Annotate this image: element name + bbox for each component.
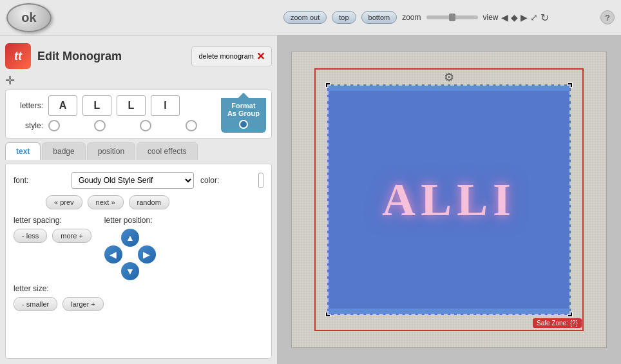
monogram-display[interactable]: ALLI [327, 84, 571, 315]
zoom-label: zoom [402, 13, 421, 22]
style-label: style: [11, 121, 43, 130]
letters-label: letters: [11, 101, 43, 110]
delete-monogram-label: delete monogram [198, 52, 254, 60]
letter-l2-input[interactable] [117, 95, 146, 116]
more-spacing-button[interactable]: more + [52, 229, 91, 243]
tabs: text badge position cool effects [5, 142, 272, 160]
help-button[interactable]: ? [600, 10, 615, 24]
panel-title: Edit Monogram [37, 50, 122, 63]
font-label: font: [14, 176, 65, 185]
zoom-controls: zoom out top bottom zoom view ◀ ◆ ▶ ⤢ ↻ [283, 11, 549, 24]
letter-size-section: letter size: - smaller larger + [14, 284, 263, 311]
blue-stripe-bottom [329, 309, 569, 314]
top-button[interactable]: top [332, 11, 356, 24]
panel-header: tt Edit Monogram delete monogram ✕ [5, 41, 272, 72]
smaller-button[interactable]: - smaller [14, 297, 57, 311]
letter-position-label: letter position: [104, 216, 156, 225]
next-font-button[interactable]: next » [88, 195, 124, 209]
view-left-arrow[interactable]: ◀ [501, 12, 508, 23]
font-row: font: Goudy Old Style Serif color: [14, 172, 263, 189]
view-label: view [483, 13, 499, 22]
blue-stripe-top [329, 86, 569, 91]
less-spacing-button[interactable]: - less [14, 229, 47, 243]
letter-spacing-label: letter spacing: [14, 216, 91, 225]
size-btn-row: - smaller larger + [14, 297, 263, 311]
letter-l1-input[interactable] [82, 95, 111, 116]
style-radio-4[interactable] [186, 120, 197, 131]
direction-pad: ▲ ▼ ◀ ▶ [104, 229, 156, 280]
move-right-button[interactable]: ▶ [138, 245, 156, 263]
style-radio-1[interactable] [48, 120, 60, 131]
ok-button[interactable]: ok [6, 3, 52, 32]
top-toolbar: ok zoom out top bottom zoom view ◀ ◆ ▶ ⤢… [0, 0, 621, 35]
view-control: view ◀ ◆ ▶ ⤢ ↻ [483, 12, 549, 24]
move-up-button[interactable]: ▲ [121, 229, 139, 247]
letters-row: letters: [11, 95, 209, 116]
zoom-slider-thumb[interactable] [449, 14, 455, 21]
view-diamond[interactable]: ◆ [511, 12, 518, 23]
style-radio-2[interactable] [94, 120, 106, 131]
prev-font-button[interactable]: « prev [46, 195, 82, 209]
move-icon: ✛ [5, 73, 15, 88]
font-nav-row: « prev next » random [46, 195, 263, 209]
format-group-label: FormatAs Group [227, 102, 260, 117]
format-group-box[interactable]: FormatAs Group [221, 98, 266, 133]
delete-monogram-button[interactable]: delete monogram ✕ [191, 46, 272, 66]
monogram-text: ALLI [382, 173, 516, 227]
canvas-background: ⚙ ALLI Safe Zone: {?} [291, 52, 607, 348]
style-row: style: [11, 120, 209, 131]
tab-text[interactable]: text [5, 142, 41, 160]
tab-position[interactable]: position [87, 142, 135, 160]
color-label: color: [200, 176, 252, 185]
color-swatch[interactable] [258, 173, 263, 188]
tab-badge[interactable]: badge [42, 142, 85, 160]
tab-cool-effects[interactable]: cool effects [137, 142, 197, 160]
style-radio-3[interactable] [140, 120, 151, 131]
delete-x-icon: ✕ [256, 50, 265, 62]
letter-spacing-section: letter spacing: - less more + [14, 216, 91, 280]
canvas-area: ⚙ ALLI Safe Zone: {?} [277, 35, 621, 364]
move-down-button[interactable]: ▼ [121, 262, 139, 280]
bottom-button[interactable]: bottom [361, 11, 397, 24]
spacing-btn-row: - less more + [14, 229, 91, 243]
zoom-slider[interactable] [426, 15, 478, 19]
left-panel: tt Edit Monogram delete monogram ✕ ✛ let… [0, 35, 277, 364]
main-content: tt Edit Monogram delete monogram ✕ ✛ let… [0, 35, 621, 364]
random-font-button[interactable]: random [129, 195, 169, 209]
larger-button[interactable]: larger + [62, 297, 104, 311]
letter-a-input[interactable] [48, 95, 77, 116]
move-cursor-area: ✛ [5, 75, 272, 86]
spacing-position-row: letter spacing: - less more + letter pos… [14, 216, 263, 280]
view-right-arrow[interactable]: ▶ [521, 12, 528, 23]
format-group-radio[interactable] [239, 120, 248, 129]
letters-section: letters: style: [5, 90, 272, 139]
logo-icon: tt [5, 43, 31, 69]
safe-zone-badge[interactable]: Safe Zone: {?} [533, 318, 582, 328]
letters-style-wrapper: letters: style: [11, 95, 266, 133]
font-select-wrapper: Goudy Old Style Serif [72, 172, 194, 189]
letter-i-input[interactable] [151, 95, 180, 116]
letter-size-label: letter size: [14, 284, 263, 293]
refresh-button[interactable]: ↻ [540, 12, 549, 24]
rotation-handle[interactable]: ⚙ [444, 70, 454, 84]
tab-content: font: Goudy Old Style Serif color: « pre… [5, 164, 272, 359]
zoom-out-button[interactable]: zoom out [283, 11, 327, 24]
move-left-button[interactable]: ◀ [104, 245, 122, 263]
letter-position-section: letter position: ▲ ▼ ◀ ▶ [104, 216, 156, 280]
move-icon-btn[interactable]: ⤢ [530, 12, 538, 23]
font-select[interactable]: Goudy Old Style Serif [72, 172, 194, 189]
